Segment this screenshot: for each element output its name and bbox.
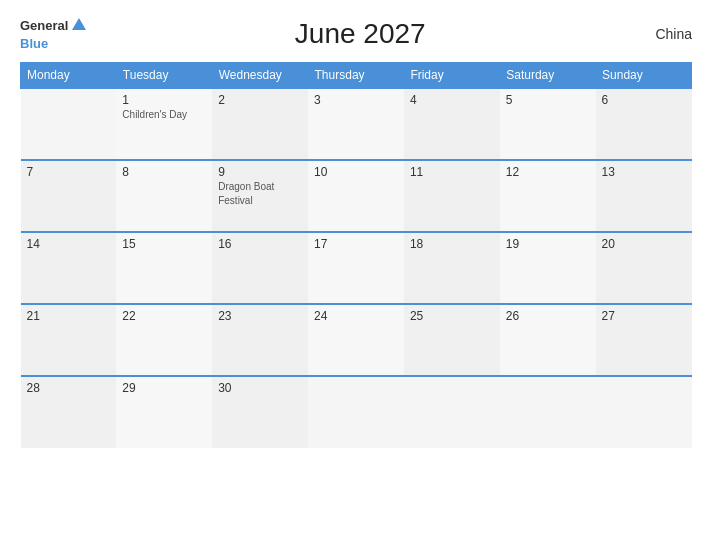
logo-general-text: General — [20, 19, 68, 32]
day-number: 8 — [122, 165, 206, 179]
calendar-cell: 29 — [116, 376, 212, 448]
calendar-cell — [500, 376, 596, 448]
calendar-cell: 17 — [308, 232, 404, 304]
day-number: 14 — [27, 237, 111, 251]
day-number: 12 — [506, 165, 590, 179]
calendar-cell: 5 — [500, 88, 596, 160]
day-number: 6 — [602, 93, 686, 107]
calendar-cell: 18 — [404, 232, 500, 304]
calendar-cell: 13 — [596, 160, 692, 232]
logo-icon — [70, 16, 88, 34]
weekday-header: Tuesday — [116, 63, 212, 89]
day-number: 23 — [218, 309, 302, 323]
day-number: 1 — [122, 93, 206, 107]
calendar-cell: 2 — [212, 88, 308, 160]
calendar-cell: 15 — [116, 232, 212, 304]
calendar-week-row: 1Children's Day23456 — [21, 88, 692, 160]
calendar-cell: 16 — [212, 232, 308, 304]
calendar-cell: 19 — [500, 232, 596, 304]
weekday-header: Thursday — [308, 63, 404, 89]
day-number: 3 — [314, 93, 398, 107]
calendar-cell: 8 — [116, 160, 212, 232]
day-number: 29 — [122, 381, 206, 395]
day-number: 28 — [27, 381, 111, 395]
weekday-row: MondayTuesdayWednesdayThursdayFridaySatu… — [21, 63, 692, 89]
calendar-cell — [404, 376, 500, 448]
day-number: 25 — [410, 309, 494, 323]
calendar-week-row: 21222324252627 — [21, 304, 692, 376]
header: General Blue June 2027 China — [20, 16, 692, 52]
day-number: 10 — [314, 165, 398, 179]
calendar-title: June 2027 — [88, 18, 632, 50]
day-number: 9 — [218, 165, 302, 179]
day-number: 19 — [506, 237, 590, 251]
day-number: 7 — [27, 165, 111, 179]
calendar-cell — [596, 376, 692, 448]
calendar-cell: 9Dragon Boat Festival — [212, 160, 308, 232]
page: General Blue June 2027 China MondayTuesd… — [0, 0, 712, 550]
calendar-cell: 6 — [596, 88, 692, 160]
weekday-header: Wednesday — [212, 63, 308, 89]
calendar-cell: 23 — [212, 304, 308, 376]
logo: General Blue — [20, 16, 88, 52]
calendar-header: MondayTuesdayWednesdayThursdayFridaySatu… — [21, 63, 692, 89]
calendar-cell: 11 — [404, 160, 500, 232]
day-number: 5 — [506, 93, 590, 107]
day-number: 2 — [218, 93, 302, 107]
day-number: 13 — [602, 165, 686, 179]
weekday-header: Monday — [21, 63, 117, 89]
calendar-cell: 30 — [212, 376, 308, 448]
calendar-week-row: 14151617181920 — [21, 232, 692, 304]
weekday-header: Saturday — [500, 63, 596, 89]
calendar-cell: 1Children's Day — [116, 88, 212, 160]
calendar-cell: 14 — [21, 232, 117, 304]
calendar-table: MondayTuesdayWednesdayThursdayFridaySatu… — [20, 62, 692, 448]
day-number: 30 — [218, 381, 302, 395]
day-number: 24 — [314, 309, 398, 323]
day-number: 17 — [314, 237, 398, 251]
calendar-week-row: 789Dragon Boat Festival10111213 — [21, 160, 692, 232]
calendar-cell: 4 — [404, 88, 500, 160]
calendar-cell: 20 — [596, 232, 692, 304]
day-number: 15 — [122, 237, 206, 251]
day-number: 16 — [218, 237, 302, 251]
calendar-cell: 26 — [500, 304, 596, 376]
calendar-cell: 24 — [308, 304, 404, 376]
day-number: 4 — [410, 93, 494, 107]
calendar-cell: 25 — [404, 304, 500, 376]
day-number: 18 — [410, 237, 494, 251]
calendar-week-row: 282930 — [21, 376, 692, 448]
calendar-body: 1Children's Day23456789Dragon Boat Festi… — [21, 88, 692, 448]
event-label: Children's Day — [122, 109, 187, 120]
calendar-cell: 3 — [308, 88, 404, 160]
country-label: China — [632, 26, 692, 42]
svg-marker-0 — [72, 18, 86, 30]
calendar-cell: 10 — [308, 160, 404, 232]
calendar-cell: 12 — [500, 160, 596, 232]
logo-blue-text: Blue — [20, 36, 48, 51]
calendar-cell: 21 — [21, 304, 117, 376]
weekday-header: Friday — [404, 63, 500, 89]
calendar-cell — [308, 376, 404, 448]
day-number: 27 — [602, 309, 686, 323]
day-number: 11 — [410, 165, 494, 179]
day-number: 20 — [602, 237, 686, 251]
calendar-cell — [21, 88, 117, 160]
day-number: 26 — [506, 309, 590, 323]
event-label: Dragon Boat Festival — [218, 181, 274, 206]
calendar-cell: 28 — [21, 376, 117, 448]
weekday-header: Sunday — [596, 63, 692, 89]
calendar-cell: 22 — [116, 304, 212, 376]
day-number: 22 — [122, 309, 206, 323]
day-number: 21 — [27, 309, 111, 323]
calendar-cell: 27 — [596, 304, 692, 376]
calendar-cell: 7 — [21, 160, 117, 232]
